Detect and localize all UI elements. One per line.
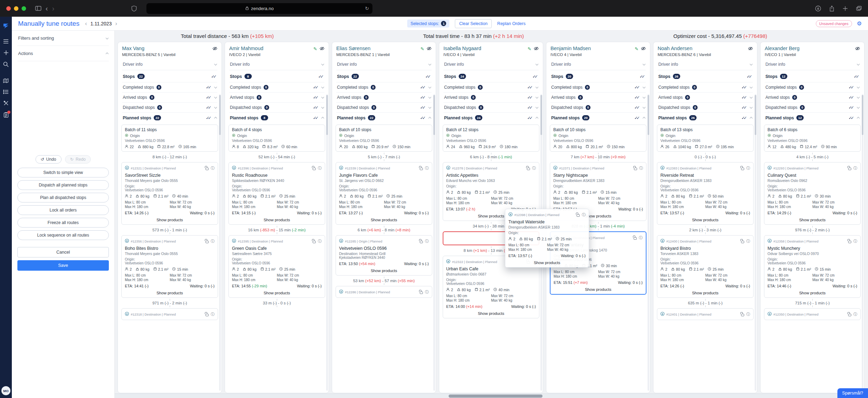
hide-route-icon[interactable] bbox=[427, 46, 432, 52]
question-button[interactable]: Spørsmål? bbox=[837, 388, 868, 398]
show-products-link[interactable]: Show products bbox=[767, 291, 857, 295]
double-check-icon[interactable]: ✓✓ bbox=[420, 105, 426, 110]
double-check-icon[interactable]: ✓✓ bbox=[313, 105, 319, 110]
add-icon[interactable] bbox=[3, 50, 9, 55]
lock-open-icon[interactable] bbox=[634, 168, 637, 170]
double-check-icon[interactable]: ✓✓ bbox=[527, 105, 533, 110]
lock-open-icon[interactable] bbox=[577, 214, 580, 217]
lock-open-icon[interactable] bbox=[741, 241, 744, 243]
chevron-down-icon[interactable] bbox=[321, 86, 324, 88]
column-scrollbar[interactable] bbox=[755, 94, 756, 391]
double-check-icon[interactable]: ✓✓ bbox=[741, 85, 747, 90]
batch-card[interactable]: Batch of 12 stopsOriginVeitvetveien OSLO… bbox=[443, 125, 539, 152]
lock-open-icon[interactable] bbox=[741, 168, 744, 170]
driver-info-toggle[interactable]: Driver info bbox=[765, 59, 860, 70]
action-button-4[interactable]: Freeze all routes bbox=[17, 218, 109, 228]
stop-group-row[interactable]: Dispatched stops0✓✓ bbox=[229, 102, 324, 112]
info-icon[interactable]: ⓘ bbox=[746, 312, 750, 316]
chevron-down-icon[interactable] bbox=[750, 96, 753, 98]
column-scrollbar[interactable] bbox=[326, 94, 328, 391]
clear-selection-button[interactable]: Clear Selection bbox=[455, 19, 491, 28]
column-scrollbar-thumb[interactable] bbox=[540, 95, 542, 135]
batch-card[interactable]: Batch of 13 stopsOriginVeitvetveien OSLO… bbox=[657, 125, 754, 152]
zoom-window-button[interactable] bbox=[22, 6, 26, 11]
lock-open-icon[interactable] bbox=[420, 292, 423, 294]
lock-open-icon[interactable] bbox=[420, 168, 423, 170]
stop-card[interactable]: #12383 | Destination | PlannedⓘRiverside… bbox=[657, 162, 754, 225]
lock-open-icon[interactable] bbox=[741, 314, 744, 316]
info-icon[interactable]: ⓘ bbox=[582, 213, 586, 217]
double-check-icon[interactable]: ✓✓ bbox=[206, 95, 211, 100]
hide-route-icon[interactable] bbox=[320, 46, 324, 52]
lock-open-icon[interactable] bbox=[848, 241, 851, 243]
stop-card[interactable]: #12395 | Destination | PlannedⓘGreen Oas… bbox=[228, 235, 325, 298]
column-scrollbar-thumb[interactable] bbox=[755, 95, 756, 135]
info-icon[interactable]: ⓘ bbox=[746, 239, 750, 243]
lock-open-icon[interactable] bbox=[206, 314, 209, 316]
info-icon[interactable]: ⓘ bbox=[211, 166, 215, 170]
info-icon[interactable]: ⓘ bbox=[639, 236, 643, 240]
stop-card[interactable]: #12321 | Destination | PlannedⓘSavorStre… bbox=[121, 162, 218, 225]
double-check-icon[interactable]: ✓✓ bbox=[634, 116, 640, 120]
chevron-down-icon[interactable] bbox=[428, 106, 431, 109]
column-scrollbar[interactable] bbox=[648, 94, 649, 391]
stop-group-row[interactable]: Dispatched stops0✓✓ bbox=[658, 102, 753, 112]
hide-route-icon[interactable] bbox=[212, 46, 217, 52]
chevron-down-icon[interactable] bbox=[857, 86, 860, 88]
column-scrollbar-thumb[interactable] bbox=[862, 95, 863, 135]
filters-and-sorting-section[interactable]: Filters and sorting bbox=[17, 31, 109, 46]
info-icon[interactable]: ⓘ bbox=[853, 166, 857, 170]
planned-stops-row[interactable]: Planned stops20✓✓ bbox=[550, 112, 646, 123]
stops-summary-row[interactable]: Stops26✓✓ bbox=[658, 70, 753, 82]
double-check-icon[interactable]: ✓✓ bbox=[527, 116, 533, 120]
stop-card[interactable]: #12350 | Destination | Plannedⓘ bbox=[764, 308, 861, 320]
action-button-2[interactable]: Plan all dispatched stops bbox=[17, 193, 109, 202]
selected-stops-pill[interactable]: Selected stops: 1 bbox=[407, 19, 449, 27]
info-icon[interactable]: ⓘ bbox=[532, 166, 536, 170]
stop-group-row[interactable]: Completed stops0✓✓ bbox=[765, 82, 860, 92]
stop-group-row[interactable]: Dispatched stops0✓✓ bbox=[550, 102, 646, 112]
double-check-icon[interactable]: ✓✓ bbox=[849, 116, 854, 120]
batch-card[interactable]: Batch of 11 stopsOriginVeitvetveien OSLO… bbox=[121, 125, 218, 152]
chevron-up-icon[interactable] bbox=[536, 117, 538, 120]
info-icon[interactable]: ⓘ bbox=[318, 239, 322, 243]
action-button-0[interactable]: Switch to simple view bbox=[17, 168, 109, 177]
chevron-down-icon[interactable] bbox=[857, 96, 860, 98]
chevron-down-icon[interactable] bbox=[214, 96, 217, 98]
chevron-down-icon[interactable] bbox=[643, 96, 645, 98]
double-check-icon[interactable]: ✓✓ bbox=[634, 105, 640, 110]
stops-summary-row[interactable]: Stops20✓✓ bbox=[550, 70, 646, 82]
double-check-icon[interactable]: ✓✓ bbox=[206, 116, 211, 120]
double-check-icon[interactable]: ✓✓ bbox=[741, 116, 747, 120]
previous-day-icon[interactable]: ‹ bbox=[85, 21, 87, 26]
chevron-down-icon[interactable] bbox=[536, 96, 538, 98]
stop-group-row[interactable]: Completed stops0✓✓ bbox=[550, 82, 646, 92]
driver-info-toggle[interactable]: Driver info bbox=[336, 59, 432, 70]
chevron-down-icon[interactable] bbox=[857, 106, 860, 109]
info-icon[interactable]: ⓘ bbox=[318, 166, 322, 170]
show-products-link[interactable]: Show products bbox=[660, 218, 750, 222]
show-products-link[interactable]: Show products bbox=[339, 269, 429, 273]
info-icon[interactable]: ⓘ bbox=[425, 239, 429, 243]
double-check-icon[interactable]: ✓✓ bbox=[420, 116, 426, 120]
double-check-icon[interactable]: ✓✓ bbox=[313, 95, 319, 100]
stop-card[interactable]: #12401 | Destination | Plannedⓘ bbox=[657, 308, 754, 320]
double-check-icon[interactable]: ✓✓ bbox=[634, 95, 640, 100]
chevron-down-icon[interactable] bbox=[428, 86, 431, 88]
redo-button[interactable]: ↻Redo bbox=[65, 155, 91, 164]
hide-route-icon[interactable] bbox=[641, 46, 646, 52]
map-icon[interactable] bbox=[3, 78, 9, 83]
driver-info-toggle[interactable]: Driver info bbox=[122, 59, 217, 70]
tools-icon[interactable] bbox=[3, 101, 9, 106]
show-products-link[interactable]: Show products bbox=[554, 287, 643, 292]
chevron-down-icon[interactable] bbox=[428, 96, 431, 98]
stop-card[interactable]: #12286 | Destination | Plannedⓘ bbox=[336, 286, 432, 298]
stop-group-row[interactable]: Completed stops0✓✓ bbox=[336, 82, 432, 92]
driver-info-toggle[interactable]: Driver info bbox=[443, 59, 539, 70]
stop-group-row[interactable]: Dispatched stops0✓✓ bbox=[765, 102, 860, 112]
reload-icon[interactable]: ↻ bbox=[365, 6, 369, 11]
double-check-icon[interactable]: ✓✓ bbox=[420, 85, 426, 90]
lock-open-icon[interactable] bbox=[848, 314, 851, 316]
stop-card[interactable]: #12339 | Destination | PlannedⓘJungle Fl… bbox=[336, 162, 432, 225]
stop-card[interactable]: #12356 | Destination | PlannedⓘBoho Bite… bbox=[121, 235, 218, 298]
